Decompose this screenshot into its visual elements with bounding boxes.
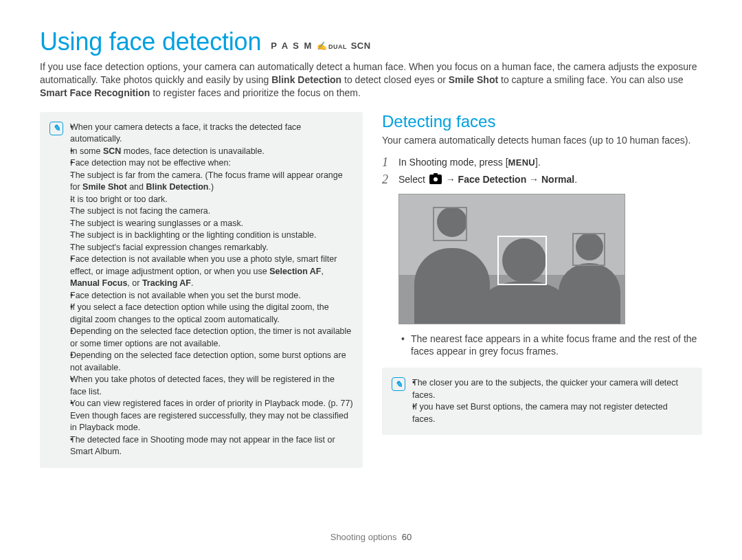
focus-frame-grey	[433, 207, 467, 241]
tip-subitem: The subject is in backlighting or the li…	[70, 229, 353, 242]
tip-subitem: The subject's facial expression changes …	[70, 242, 353, 254]
note-icon: ✎	[392, 377, 405, 391]
step-number: 2	[382, 172, 393, 187]
tip-item: The detected face in Shooting mode may n…	[70, 434, 353, 458]
section-subtext: Your camera automatically detects human …	[382, 134, 702, 147]
tip-item: If you select a face detection option wh…	[70, 302, 353, 326]
intro-text: If you use face detection options, your …	[40, 60, 702, 100]
modes-dual: DUAL	[328, 43, 347, 50]
note-icon: ✎	[49, 122, 63, 135]
camera-icon	[429, 175, 442, 184]
tip-item: Face detection is not available when you…	[70, 254, 353, 290]
menu-button-label: MENU	[508, 157, 535, 168]
tip-subitem: The subject is not facing the camera.	[70, 205, 353, 218]
modes-scn: SCN	[351, 41, 371, 51]
tip-item: You can view registered faces in order o…	[70, 398, 353, 434]
tip-item: Face detection is not available when you…	[70, 290, 353, 302]
mode-indicators: P A S M ✍DUAL SCN	[271, 41, 370, 51]
step-number: 1	[382, 155, 393, 170]
tip-item: In some SCN modes, face detection is una…	[70, 146, 353, 158]
tip-item: If you have set Burst options, the camer…	[412, 401, 693, 425]
page-footer: Shooting options 60	[0, 532, 742, 542]
tip-item: Face detection may not be effective when…	[70, 157, 353, 254]
tips-box-right: ✎ The closer you are to the subjects, th…	[382, 368, 702, 435]
tip-subitem: It is too bright or too dark.	[70, 194, 353, 206]
tip-item: The closer you are to the subjects, the …	[412, 377, 693, 401]
tip-subitem: The subject is far from the camera. (The…	[70, 170, 353, 194]
page-number: 60	[402, 532, 412, 542]
tip-item: Depending on the selected face detection…	[70, 326, 353, 350]
focus-frame-white	[497, 236, 547, 285]
step-text: In Shooting mode, press [MENU].	[398, 155, 541, 170]
tip-item: When you take photos of detected faces, …	[70, 374, 353, 398]
tips-box-left: ✎ When your camera detects a face, it tr…	[40, 112, 363, 468]
modes-pasm: P A S M	[271, 41, 313, 51]
focus-frame-grey	[572, 233, 605, 266]
footer-section: Shooting options	[330, 532, 397, 542]
tip-subitem: The subject is wearing sunglasses or a m…	[70, 218, 353, 230]
step-text: Select → Face Detection → Normal.	[398, 172, 577, 187]
steps-list: 1 In Shooting mode, press [MENU]. 2 Sele…	[382, 155, 702, 187]
result-text: The nearest face appears in a white focu…	[401, 333, 702, 359]
tip-item: Depending on the selected face detection…	[70, 350, 353, 374]
face-detection-illustration	[398, 194, 625, 324]
tip-item: When your camera detects a face, it trac…	[70, 122, 353, 146]
page-title: Using face detection	[40, 27, 261, 56]
section-heading: Detecting faces	[382, 112, 702, 131]
